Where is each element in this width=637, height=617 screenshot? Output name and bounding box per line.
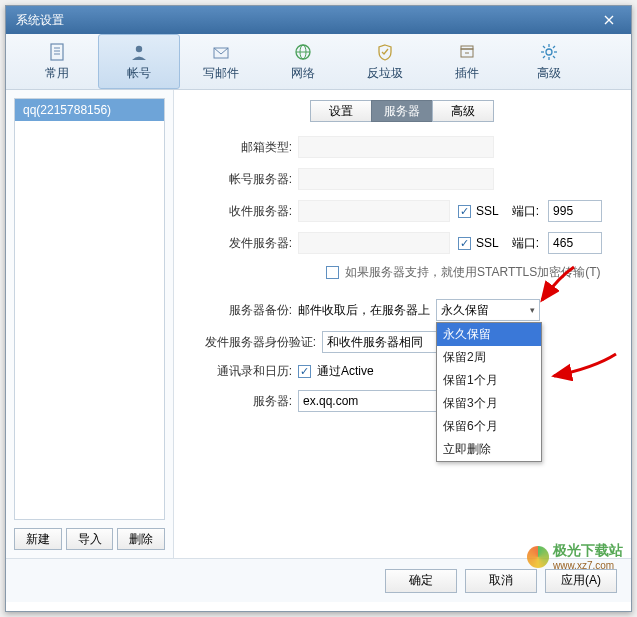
incoming-server-field[interactable] [298,200,450,222]
dropdown-option[interactable]: 保留1个月 [437,369,541,392]
content-pane: 设置 服务器 高级 邮箱类型: 帐号服务器: 收件服务器: SSL 端口: [174,90,631,558]
dropdown-option[interactable]: 立即删除 [437,438,541,461]
tab-common[interactable]: 常用 [16,34,98,89]
chevron-down-icon: ▾ [530,305,535,315]
subtab-advanced[interactable]: 高级 [432,100,494,122]
ssl-label-2: SSL [476,236,499,250]
dropdown-option[interactable]: 保留3个月 [437,392,541,415]
svg-line-20 [543,56,545,58]
outgoing-server-label: 发件服务器: [192,235,292,252]
tab-plugin[interactable]: 插件 [426,34,508,89]
sync-text: 通过Active [317,363,374,380]
drawer-icon [458,41,476,63]
gear-icon [540,41,558,63]
file-icon [49,41,65,63]
account-sidebar: qq(2215788156) 新建 导入 删除 [6,90,174,558]
svg-rect-10 [461,46,473,49]
account-item[interactable]: qq(2215788156) [15,99,164,121]
starttls-label: 如果服务器支持，就使用STARTTLS加密传输(T) [345,264,601,281]
shield-icon [376,41,394,63]
sync-checkbox[interactable] [298,365,311,378]
tab-network[interactable]: 网络 [262,34,344,89]
main-toolbar: 常用 帐号 写邮件 网络 反垃圾 插件 高级 [6,34,631,90]
new-account-button[interactable]: 新建 [14,528,62,550]
watermark: 极光下载站 www.xz7.com [527,542,623,571]
tab-advanced[interactable]: 高级 [508,34,590,89]
incoming-port-field[interactable] [548,200,602,222]
svg-rect-0 [51,44,63,60]
dropdown-option[interactable]: 永久保留 [437,323,541,346]
apply-button[interactable]: 应用(A) [545,569,617,593]
ok-button[interactable]: 确定 [385,569,457,593]
svg-point-4 [136,46,142,52]
person-icon [130,41,148,63]
import-account-button[interactable]: 导入 [66,528,114,550]
account-server-label: 帐号服务器: [192,171,292,188]
outgoing-port-field[interactable] [548,232,602,254]
contacts-calendar-label: 通讯录和日历: [192,363,292,380]
starttls-checkbox[interactable] [326,266,339,279]
smtp-auth-label: 发件服务器身份验证: [192,334,316,351]
dropdown-option[interactable]: 保留6个月 [437,415,541,438]
window-title: 系统设置 [16,12,64,29]
sub-tabs: 设置 服务器 高级 [192,100,613,122]
port-label: 端口: [512,203,539,220]
incoming-ssl-checkbox[interactable] [458,205,471,218]
mailbox-type-field[interactable] [298,136,494,158]
backup-retention-select[interactable]: 永久保留 ▾ 永久保留 保留2周 保留1个月 保留3个月 保留6个月 立即删除 [436,299,540,321]
backup-prefix-text: 邮件收取后，在服务器上 [298,302,430,319]
account-list[interactable]: qq(2215788156) [14,98,165,520]
compose-icon [212,41,230,63]
mailbox-type-label: 邮箱类型: [192,139,292,156]
backup-retention-dropdown: 永久保留 保留2周 保留1个月 保留3个月 保留6个月 立即删除 [436,322,542,462]
tab-antispam[interactable]: 反垃圾 [344,34,426,89]
svg-line-18 [553,56,555,58]
watermark-url: www.xz7.com [553,560,623,571]
incoming-server-label: 收件服务器: [192,203,292,220]
sync-server-label: 服务器: [192,393,292,410]
svg-point-12 [546,49,552,55]
outgoing-server-field[interactable] [298,232,450,254]
ssl-label: SSL [476,204,499,218]
watermark-logo-icon [527,546,549,568]
account-server-field[interactable] [298,168,494,190]
title-bar: 系统设置 [6,6,631,34]
settings-dialog: 系统设置 常用 帐号 写邮件 网络 反垃圾 插件 [5,5,632,612]
outgoing-ssl-checkbox[interactable] [458,237,471,250]
tab-account[interactable]: 帐号 [98,34,180,89]
globe-icon [294,41,312,63]
subtab-server[interactable]: 服务器 [371,100,433,122]
dropdown-option[interactable]: 保留2周 [437,346,541,369]
svg-line-19 [553,46,555,48]
watermark-name: 极光下载站 [553,542,623,558]
server-backup-label: 服务器备份: [192,302,292,319]
svg-line-17 [543,46,545,48]
close-button[interactable] [597,11,621,29]
subtab-settings[interactable]: 设置 [310,100,372,122]
delete-account-button[interactable]: 删除 [117,528,165,550]
port-label-2: 端口: [512,235,539,252]
tab-compose[interactable]: 写邮件 [180,34,262,89]
cancel-button[interactable]: 取消 [465,569,537,593]
